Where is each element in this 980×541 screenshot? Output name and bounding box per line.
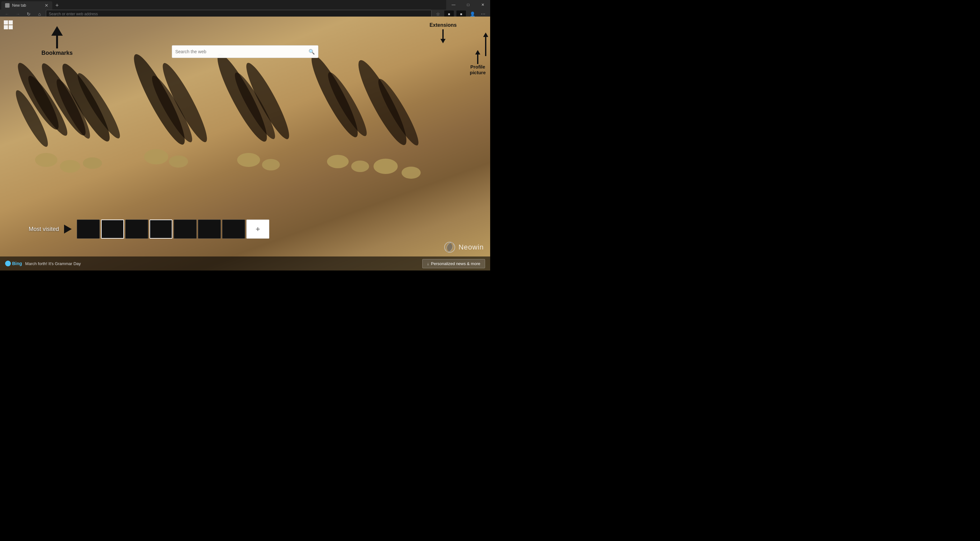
windows-start-button[interactable]	[4, 21, 13, 29]
new-tab-page: Bookmarks Extensions Profile picture 🔍	[0, 17, 490, 270]
hamb-arrow-up-tip	[483, 32, 488, 37]
mv-tile-5[interactable]	[174, 220, 197, 239]
profile-arrow-line	[477, 54, 478, 64]
mv-tile-3[interactable]	[125, 220, 148, 239]
personalized-news-button[interactable]: ↓ Personalized news & more	[422, 259, 485, 268]
extensions-annotation: Extensions	[430, 22, 457, 43]
mv-tile-7[interactable]	[222, 220, 245, 239]
bing-news-text: March forth! It's Grammar Day	[25, 261, 81, 266]
svg-point-19	[83, 158, 102, 169]
active-tab[interactable]: New tab ✕	[1, 1, 52, 10]
profile-label-line2: picture	[470, 70, 486, 75]
mv-tile-1[interactable]	[77, 220, 100, 239]
bing-logo: Bing	[5, 261, 22, 266]
svg-point-22	[237, 153, 260, 167]
personalized-news-icon: ↓	[427, 261, 429, 266]
mv-tile-6[interactable]	[198, 220, 221, 239]
tab-title: New tab	[12, 3, 26, 8]
svg-point-21	[169, 156, 188, 168]
close-button[interactable]: ✕	[476, 0, 490, 10]
mv-tile-add[interactable]: +	[247, 220, 269, 239]
neowin-logo-icon	[444, 242, 455, 253]
most-visited-section: Most visited +	[29, 220, 269, 239]
most-visited-label: Most visited	[29, 226, 59, 232]
browser-window: New tab ✕ + — □ ✕ ← → ↻ ⌂ ☆ ■ ■ 👤 ⋯	[0, 0, 490, 270]
svg-point-24	[327, 155, 348, 168]
svg-point-25	[351, 161, 369, 172]
svg-point-18	[60, 160, 80, 173]
browser-chrome: New tab ✕ + — □ ✕ ← → ↻ ⌂ ☆ ■ ■ 👤 ⋯	[0, 0, 490, 17]
search-input[interactable]	[175, 49, 306, 54]
bing-icon	[5, 261, 11, 266]
tab-bar: New tab ✕ + — □ ✕	[0, 0, 490, 10]
profile-label-line1: Profile	[470, 64, 485, 70]
ext-arrow-down-line	[442, 29, 444, 39]
extensions-label: Extensions	[430, 22, 457, 28]
svg-point-20	[144, 149, 168, 164]
svg-point-15	[352, 56, 414, 149]
neowin-text: Neowin	[458, 243, 484, 251]
search-bar: 🔍	[172, 45, 318, 58]
svg-point-27	[402, 167, 421, 179]
bing-label: Bing	[12, 261, 22, 266]
profile-arrow-up-tip	[475, 50, 480, 54]
mv-tile-2[interactable]	[101, 220, 124, 239]
profile-annotation: Profile picture	[470, 50, 486, 75]
arrow-right-icon	[64, 224, 72, 234]
tab-favicon	[5, 3, 10, 8]
ext-arrow-down-tip	[441, 39, 445, 43]
mv-tiles-container: +	[77, 220, 269, 239]
svg-point-26	[374, 159, 398, 174]
bottom-bar: Bing March forth! It's Grammar Day ↓ Per…	[0, 256, 490, 270]
mv-tile-4[interactable]	[150, 220, 172, 239]
svg-point-17	[35, 153, 57, 167]
neowin-brand: Neowin	[444, 242, 484, 253]
svg-point-23	[262, 159, 280, 170]
search-container: 🔍	[172, 45, 318, 58]
minimize-button[interactable]: —	[446, 0, 461, 10]
bing-section: Bing March forth! It's Grammar Day	[5, 261, 81, 266]
personalized-news-label: Personalized news & more	[431, 261, 480, 266]
new-tab-button[interactable]: +	[54, 2, 60, 9]
tab-close-icon[interactable]: ✕	[45, 3, 48, 8]
search-button[interactable]: 🔍	[309, 49, 315, 55]
maximize-button[interactable]: □	[461, 0, 476, 10]
